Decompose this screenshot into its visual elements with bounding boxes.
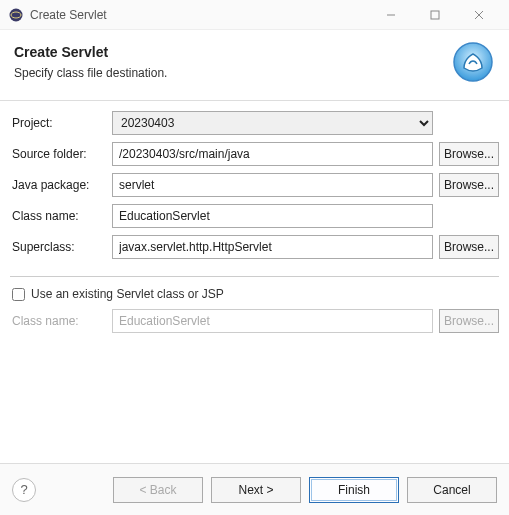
banner-subtitle: Specify class file destination. <box>14 66 451 80</box>
next-button[interactable]: Next > <box>211 477 301 503</box>
banner-title: Create Servlet <box>14 44 451 60</box>
existing-class-name-input <box>112 309 433 333</box>
browse-package-button[interactable]: Browse... <box>439 173 499 197</box>
cancel-button[interactable]: Cancel <box>407 477 497 503</box>
project-label: Project: <box>10 116 106 130</box>
class-name-input[interactable] <box>112 204 433 228</box>
superclass-label: Superclass: <box>10 240 106 254</box>
superclass-input[interactable] <box>112 235 433 259</box>
close-button[interactable] <box>457 0 501 30</box>
use-existing-label: Use an existing Servlet class or JSP <box>31 287 224 301</box>
minimize-button[interactable] <box>369 0 413 30</box>
java-package-label: Java package: <box>10 178 106 192</box>
svg-rect-3 <box>431 11 439 19</box>
servlet-wizard-icon <box>451 40 495 84</box>
wizard-footer: ? < Back Next > Finish Cancel <box>0 463 509 515</box>
help-icon: ? <box>20 482 27 497</box>
eclipse-icon <box>8 7 24 23</box>
project-select[interactable]: 20230403 <box>112 111 433 135</box>
titlebar: Create Servlet <box>0 0 509 30</box>
use-existing-checkbox[interactable] <box>12 288 25 301</box>
use-existing-row: Use an existing Servlet class or JSP <box>0 285 509 309</box>
browse-existing-class-button: Browse... <box>439 309 499 333</box>
existing-class-name-label: Class name: <box>10 314 106 328</box>
wizard-banner: Create Servlet Specify class file destin… <box>0 30 509 101</box>
browse-source-folder-button[interactable]: Browse... <box>439 142 499 166</box>
source-folder-input[interactable] <box>112 142 433 166</box>
browse-superclass-button[interactable]: Browse... <box>439 235 499 259</box>
source-folder-label: Source folder: <box>10 147 106 161</box>
form-area: Project: 20230403 Source folder: Browse.… <box>0 101 509 270</box>
finish-button[interactable]: Finish <box>309 477 399 503</box>
help-button[interactable]: ? <box>12 478 36 502</box>
back-button: < Back <box>113 477 203 503</box>
window-title: Create Servlet <box>30 8 107 22</box>
maximize-button[interactable] <box>413 0 457 30</box>
class-name-label: Class name: <box>10 209 106 223</box>
java-package-input[interactable] <box>112 173 433 197</box>
separator <box>10 276 499 277</box>
